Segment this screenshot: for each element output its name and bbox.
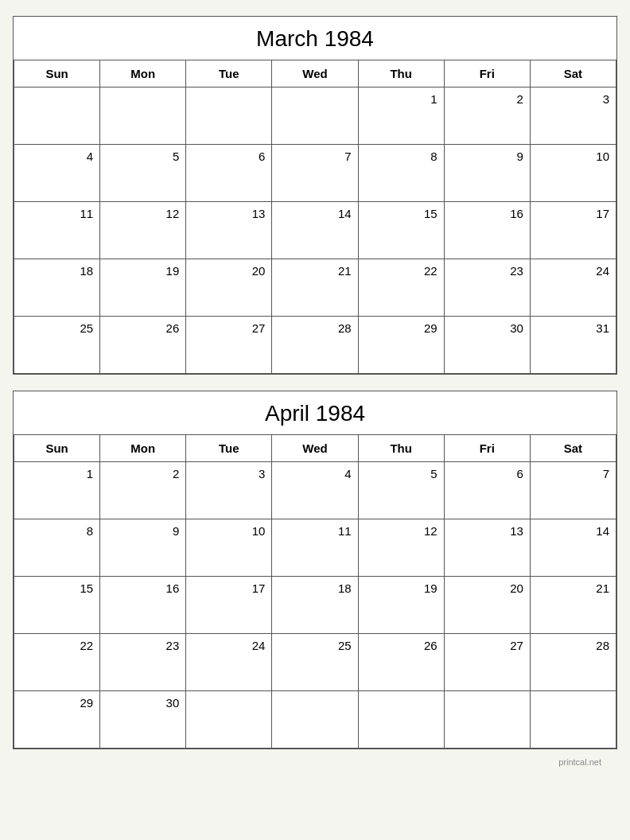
- table-row: 8: [359, 145, 445, 202]
- table-row: [272, 88, 358, 145]
- table-row: [359, 691, 445, 749]
- table-row: 17: [531, 202, 616, 259]
- table-row: 24: [531, 259, 616, 317]
- march-calendar: March 1984 Sun Mon Tue Wed Thu Fri Sat 1…: [13, 16, 617, 375]
- table-row: 3: [186, 462, 272, 519]
- march-header-fri: Fri: [445, 60, 531, 88]
- table-row: 27: [186, 317, 272, 374]
- table-row: 6: [445, 462, 531, 519]
- table-row: 7: [272, 145, 358, 202]
- table-row: 31: [531, 317, 616, 374]
- march-header-wed: Wed: [272, 60, 358, 88]
- table-row: [186, 88, 272, 145]
- table-row: 16: [445, 202, 531, 259]
- march-title: March 1984: [14, 17, 616, 60]
- table-row: 20: [445, 577, 531, 634]
- table-row: 7: [531, 462, 616, 519]
- table-row: 18: [272, 577, 358, 634]
- table-row: 14: [531, 519, 616, 577]
- table-row: 11: [14, 202, 100, 259]
- table-row: 28: [531, 634, 616, 691]
- table-row: 2: [445, 88, 531, 145]
- table-row: 27: [445, 634, 531, 691]
- april-header-tue: Tue: [186, 435, 272, 462]
- table-row: 14: [272, 202, 358, 259]
- footer-credit: printcal.net: [558, 757, 601, 767]
- table-row: 4: [14, 145, 100, 202]
- march-header-tue: Tue: [186, 60, 272, 88]
- april-calendar: April 1984 Sun Mon Tue Wed Thu Fri Sat 1…: [13, 391, 617, 749]
- table-row: 12: [359, 519, 445, 577]
- table-row: 12: [100, 202, 186, 259]
- table-row: 3: [531, 88, 616, 145]
- table-row: 19: [100, 259, 186, 317]
- april-header-mon: Mon: [100, 435, 186, 462]
- table-row: 26: [359, 634, 445, 691]
- table-row: 9: [445, 145, 531, 202]
- table-row: 2: [100, 462, 186, 519]
- table-row: [186, 691, 272, 749]
- april-header-wed: Wed: [272, 435, 358, 462]
- table-row: 18: [14, 259, 100, 317]
- table-row: 5: [100, 145, 186, 202]
- table-row: 20: [186, 259, 272, 317]
- table-row: 15: [359, 202, 445, 259]
- table-row: 17: [186, 577, 272, 634]
- table-row: 19: [359, 577, 445, 634]
- table-row: 5: [359, 462, 445, 519]
- table-row: 23: [100, 634, 186, 691]
- table-row: 30: [445, 317, 531, 374]
- table-row: [531, 691, 616, 749]
- table-row: 29: [359, 317, 445, 374]
- table-row: 8: [14, 519, 100, 577]
- april-title: April 1984: [14, 391, 616, 435]
- table-row: [272, 691, 358, 749]
- table-row: 1: [359, 88, 445, 145]
- march-header-thu: Thu: [359, 60, 445, 88]
- table-row: 10: [531, 145, 616, 202]
- table-row: 25: [14, 317, 100, 374]
- april-header-sun: Sun: [14, 435, 100, 462]
- march-header-mon: Mon: [100, 60, 186, 88]
- table-row: 1: [14, 462, 100, 519]
- table-row: [14, 88, 100, 145]
- table-row: 21: [272, 259, 358, 317]
- table-row: 16: [100, 577, 186, 634]
- table-row: 22: [14, 634, 100, 691]
- table-row: 24: [186, 634, 272, 691]
- table-row: 9: [100, 519, 186, 577]
- table-row: 26: [100, 317, 186, 374]
- table-row: 25: [272, 634, 358, 691]
- table-row: [100, 88, 186, 145]
- table-row: 13: [445, 519, 531, 577]
- table-row: 23: [445, 259, 531, 317]
- march-header-sun: Sun: [14, 60, 100, 88]
- april-header-sat: Sat: [531, 435, 616, 462]
- table-row: 6: [186, 145, 272, 202]
- table-row: 4: [272, 462, 358, 519]
- table-row: 10: [186, 519, 272, 577]
- table-row: 29: [14, 691, 100, 749]
- april-grid: Sun Mon Tue Wed Thu Fri Sat 1 2 3 4 5 6 …: [14, 435, 616, 749]
- april-header-thu: Thu: [359, 435, 445, 462]
- table-row: 21: [531, 577, 616, 634]
- april-header-fri: Fri: [445, 435, 531, 462]
- table-row: 11: [272, 519, 358, 577]
- table-row: 13: [186, 202, 272, 259]
- table-row: [445, 691, 531, 749]
- table-row: 15: [14, 577, 100, 634]
- table-row: 30: [100, 691, 186, 749]
- march-grid: Sun Mon Tue Wed Thu Fri Sat 1 2 3 4 5 6 …: [14, 60, 616, 374]
- march-header-sat: Sat: [531, 60, 616, 88]
- table-row: 22: [359, 259, 445, 317]
- table-row: 28: [272, 317, 358, 374]
